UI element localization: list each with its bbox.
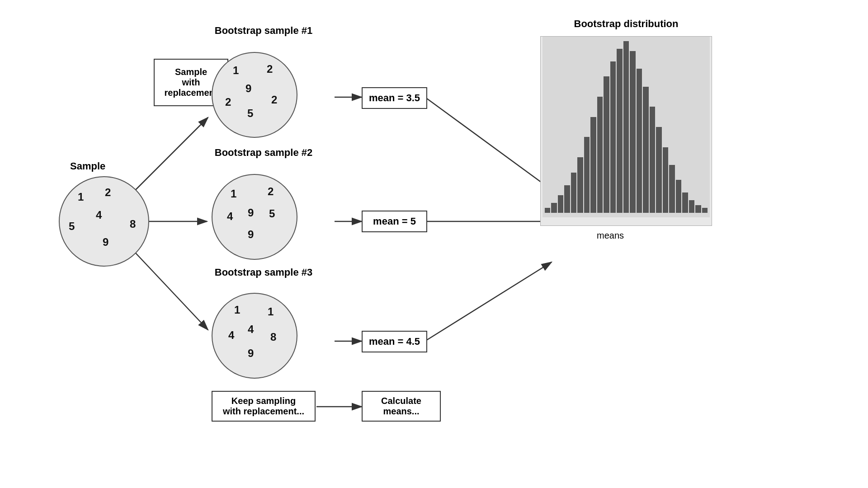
histogram-bar [637,69,642,213]
keep-sampling-box: Keep samplingwith replacement... [212,391,316,422]
svg-line-1 [136,117,208,190]
mean-box-2: mean = 5 [362,211,427,232]
bs1-num5: 5 [247,107,253,120]
histogram-bar [623,41,629,213]
histogram-bar [604,76,609,213]
bs2-num9a: 9 [248,206,254,219]
bs3-num4a: 4 [228,329,234,342]
sample-circle: 1 2 4 5 8 9 [59,176,149,267]
mean2-text: mean = 5 [373,216,416,227]
bs2-num4: 4 [227,210,233,223]
svg-line-10 [425,262,552,341]
mean-box-3: mean = 4.5 [362,331,427,352]
bs3-num9: 9 [248,347,254,360]
sample-num-5: 5 [69,220,75,233]
histogram-bar [577,157,583,213]
bs2-title: Bootstrap sample #2 [207,147,320,159]
sample-num-9: 9 [103,236,108,249]
histogram-bar [650,107,655,213]
histogram-bar [564,185,570,213]
bs1-num9: 9 [245,82,251,95]
sample-num-1: 1 [78,191,84,203]
bs3-num4b: 4 [248,323,254,336]
bootstrap-dist-title: Bootstrap distribution [540,18,712,30]
keep-sampling-text: Keep samplingwith replacement... [223,396,304,417]
sample-num-2: 2 [105,186,111,199]
histogram-bar [597,97,603,213]
histogram-bar [695,205,701,213]
histogram-bar [663,147,668,213]
sample-num-8: 8 [130,218,136,230]
svg-line-8 [425,97,552,190]
bs1-title: Bootstrap sample #1 [207,25,320,37]
mean3-text: mean = 4.5 [369,336,420,347]
histogram-bar [610,61,616,213]
mean-box-1: mean = 3.5 [362,87,427,109]
bs1-circle: 1 2 9 2 2 5 [212,52,297,138]
histogram-bar [617,49,622,213]
histogram-bar [643,87,648,213]
bs1-num1: 1 [233,64,239,77]
sample-with-replacement-text: Samplewithreplacement [165,67,218,98]
bs2-num9b: 9 [248,228,254,241]
histogram-bar [558,195,563,213]
bootstrap-dist-xlabel: means [597,230,624,241]
histogram-bar [545,208,550,213]
bootstrap-distribution-chart [540,36,712,226]
bs1-num2a: 2 [267,63,273,75]
histogram-bar [571,173,576,213]
bs3-num8: 8 [270,331,276,343]
bs1-num2b: 2 [225,96,231,108]
histogram-bar [669,165,675,213]
bs3-title: Bootstrap sample #3 [207,267,320,278]
calculate-means-text: Calculatemeans... [381,396,421,417]
histogram-bar [551,203,557,213]
histogram-bar [676,180,681,213]
svg-line-4 [136,253,208,330]
histogram-bar [656,127,661,213]
bs3-circle: 1 1 4 4 8 9 [212,293,297,379]
histogram-bar [584,137,590,213]
sample-num-4: 4 [96,209,102,221]
diagram-container: 1 2 4 5 8 9 Sample Samplewithreplacement… [0,0,868,488]
bs2-num2: 2 [268,185,274,198]
histogram-bar [630,51,635,213]
bs2-num1: 1 [231,188,236,200]
bs3-num1b: 1 [268,305,274,318]
histogram-bar [702,208,708,213]
histogram-bar [590,117,596,213]
histogram-bar [682,192,688,213]
histogram-bar [689,200,694,213]
bs1-num2c: 2 [271,94,277,106]
mean1-text: mean = 3.5 [369,92,420,104]
bs3-num1a: 1 [234,304,240,316]
bs2-circle: 1 2 4 5 9 9 [212,174,297,260]
bs2-num5: 5 [269,207,275,220]
calculate-means-box: Calculatemeans... [362,391,441,422]
sample-label: Sample [70,160,105,172]
